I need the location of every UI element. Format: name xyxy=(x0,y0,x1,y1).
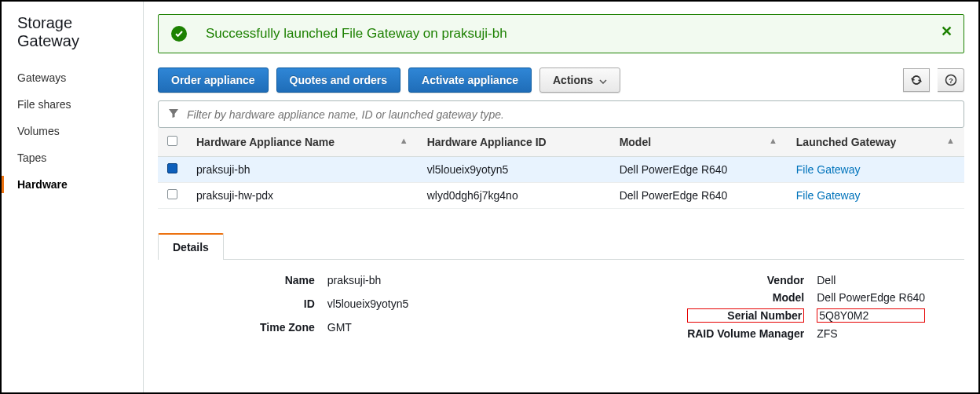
detail-raid-value: ZFS xyxy=(817,327,925,340)
refresh-button[interactable] xyxy=(903,68,930,92)
detail-model-label: Model xyxy=(687,291,804,304)
sidebar-item-file-shares[interactable]: File shares xyxy=(2,91,143,118)
detail-serial-value: 5Q8Y0M2 xyxy=(817,308,925,323)
sidebar-title: Storage Gateway xyxy=(2,14,143,64)
launched-gateway-link[interactable]: File Gateway xyxy=(796,189,861,202)
actions-dropdown[interactable]: Actions xyxy=(539,67,620,93)
filter-input[interactable] xyxy=(187,108,954,121)
launched-gateway-link[interactable]: File Gateway xyxy=(796,163,861,176)
detail-model-value: Dell PowerEdge R640 xyxy=(817,291,925,304)
cell-id: vl5loueix9yotyn5 xyxy=(418,157,610,183)
detail-raid-label: RAID Volume Manager xyxy=(687,327,804,340)
detail-serial-label: Serial Number xyxy=(687,308,804,323)
refresh-icon xyxy=(910,74,923,86)
check-circle-icon xyxy=(171,26,187,42)
cell-id: wlyd0dgh6j7kg4no xyxy=(418,183,610,209)
detail-name-label: Name xyxy=(260,274,315,293)
detail-id-value: vl5loueix9yotyn5 xyxy=(327,297,409,316)
col-model-header[interactable]: Model▲ xyxy=(610,128,787,157)
detail-name-value: praksuji-bh xyxy=(327,274,409,293)
cell-name: praksuji-bh xyxy=(187,157,418,183)
alert-message: Successfully launched File Gateway on pr… xyxy=(206,26,507,42)
sort-asc-icon: ▲ xyxy=(769,136,777,145)
cell-model: Dell PowerEdge R640 xyxy=(610,157,787,183)
sidebar: Storage Gateway Gateways File shares Vol… xyxy=(2,2,144,392)
detail-vendor-label: Vendor xyxy=(687,274,804,286)
select-all-header[interactable] xyxy=(158,128,187,157)
sidebar-item-tapes[interactable]: Tapes xyxy=(2,144,143,171)
success-alert: Successfully launched File Gateway on pr… xyxy=(158,14,964,53)
order-appliance-button[interactable]: Order appliance xyxy=(158,67,269,93)
table-row[interactable]: praksuji-bh vl5loueix9yotyn5 Dell PowerE… xyxy=(158,157,964,183)
checkbox-checked-icon[interactable] xyxy=(167,163,177,173)
filter-icon xyxy=(168,108,179,121)
details-panel: Name praksuji-bh ID vl5loueix9yotyn5 Tim… xyxy=(158,260,964,354)
svg-text:?: ? xyxy=(949,77,953,85)
col-gateway-header[interactable]: Launched Gateway▲ xyxy=(787,128,964,157)
sort-asc-icon: ▲ xyxy=(946,136,955,145)
checkbox-icon xyxy=(167,136,177,146)
quotes-orders-button[interactable]: Quotes and orders xyxy=(276,67,400,93)
col-name-header[interactable]: Hardware Appliance Name▲ xyxy=(187,128,418,157)
sort-asc-icon: ▲ xyxy=(400,136,408,145)
actions-label: Actions xyxy=(553,74,593,86)
help-icon: ? xyxy=(945,74,957,86)
tabs: Details xyxy=(158,232,964,260)
close-icon[interactable]: ✕ xyxy=(941,23,953,40)
table-row[interactable]: praksuji-hw-pdx wlyd0dgh6j7kg4no Dell Po… xyxy=(158,183,964,209)
detail-tz-label: Time Zone xyxy=(260,321,315,340)
toolbar: Order appliance Quotes and orders Activa… xyxy=(158,67,964,93)
main-content: Successfully launched File Gateway on pr… xyxy=(144,2,978,392)
detail-tz-value: GMT xyxy=(327,321,409,340)
filter-box xyxy=(158,100,964,128)
activate-appliance-button[interactable]: Activate appliance xyxy=(408,67,532,93)
sidebar-item-hardware[interactable]: Hardware xyxy=(2,171,143,198)
help-button[interactable]: ? xyxy=(938,68,964,92)
detail-vendor-value: Dell xyxy=(817,274,925,286)
appliances-table: Hardware Appliance Name▲ Hardware Applia… xyxy=(158,128,964,209)
tab-details[interactable]: Details xyxy=(158,233,224,260)
cell-model: Dell PowerEdge R640 xyxy=(610,183,787,209)
sidebar-item-volumes[interactable]: Volumes xyxy=(2,118,143,144)
checkbox-icon[interactable] xyxy=(167,189,177,199)
chevron-down-icon xyxy=(599,74,607,86)
cell-name: praksuji-hw-pdx xyxy=(187,183,418,209)
sidebar-item-gateways[interactable]: Gateways xyxy=(2,64,143,91)
col-id-header[interactable]: Hardware Appliance ID xyxy=(418,128,610,157)
detail-id-label: ID xyxy=(260,297,315,316)
